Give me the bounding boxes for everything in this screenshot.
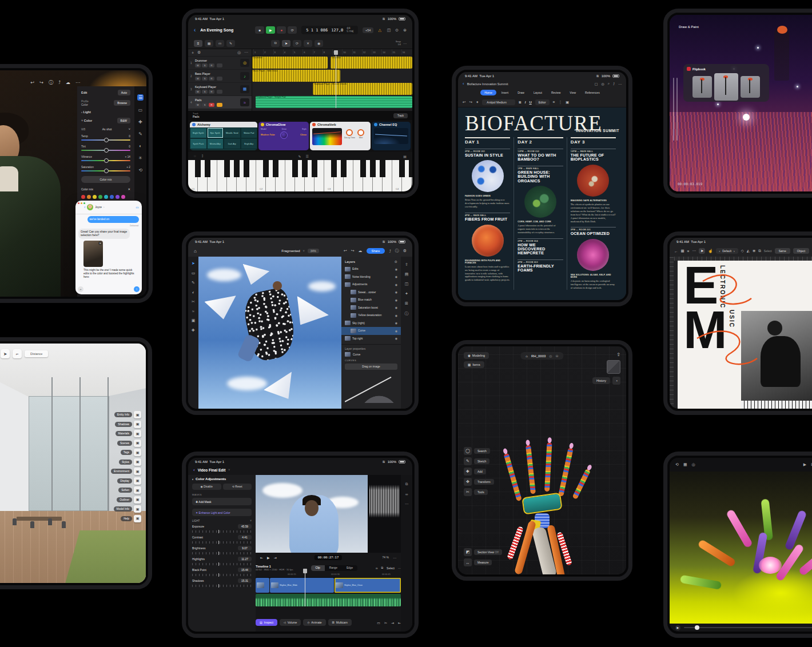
tool-label[interactable]: Tools bbox=[474, 489, 488, 495]
info-icon[interactable]: ⓘ bbox=[405, 311, 409, 317]
panel-button-label[interactable]: Model Info bbox=[114, 506, 132, 512]
reset-button[interactable]: ⟲ Reset bbox=[223, 484, 252, 490]
ribbon-tab[interactable]: Review bbox=[547, 90, 564, 95]
panel-button[interactable]: Scenes ▣ bbox=[117, 440, 141, 447]
timeline-ruler[interactable]: 00:00:1500:00:3000:00:45 bbox=[256, 573, 401, 578]
adjust-tool-icon[interactable]: ◐ bbox=[192, 290, 194, 294]
project-title[interactable]: Video Final Edit bbox=[198, 468, 226, 472]
render-viewport[interactable] bbox=[670, 472, 812, 624]
panel-button-icon[interactable]: ▣ bbox=[134, 440, 141, 447]
slider-ticks[interactable] bbox=[192, 585, 252, 587]
layer-name[interactable]: Top right bbox=[352, 337, 393, 340]
ribbon-tab[interactable]: View bbox=[566, 90, 580, 95]
document-pill[interactable]: ⌂ RH_0003 ◎ ⊖ bbox=[520, 352, 563, 360]
add-track-icon[interactable]: + bbox=[192, 51, 194, 55]
redo-icon[interactable]: ↪ bbox=[351, 249, 355, 253]
frame-thumbnail[interactable] bbox=[692, 76, 712, 98]
healing-icon[interactable]: ✚ bbox=[138, 119, 142, 125]
shapes-tool-icon[interactable]: ▣ bbox=[192, 318, 196, 323]
effects-icon[interactable]: ✦ bbox=[405, 291, 408, 296]
color-slider[interactable]: Black Point 15.44 bbox=[192, 568, 252, 576]
select-label[interactable]: Select bbox=[387, 566, 395, 570]
ribbon-tab[interactable]: References bbox=[581, 90, 604, 95]
tool-row[interactable]: ✚ Add bbox=[464, 468, 494, 476]
share-icon[interactable]: ⤴ bbox=[58, 79, 61, 86]
color-slider[interactable]: Shadows 15.31 bbox=[192, 578, 252, 587]
cloud-icon[interactable]: ☁ bbox=[66, 79, 70, 86]
measure-label[interactable]: Measure bbox=[474, 560, 492, 565]
ribbon-tab[interactable]: Insert bbox=[497, 90, 513, 95]
track-name[interactable]: Pads bbox=[195, 98, 240, 102]
instrument-icon[interactable]: ◎ bbox=[240, 59, 249, 67]
wb-value[interactable]: As shot bbox=[102, 127, 112, 131]
node-tool-icon[interactable]: ◇ bbox=[741, 249, 744, 253]
timeline-zoom[interactable]: 74 % bbox=[383, 556, 389, 559]
back-icon[interactable]: ‹ bbox=[84, 205, 85, 209]
preset-stepper[interactable]: ‹ Default › bbox=[716, 248, 738, 254]
image-icon[interactable]: ▣ bbox=[566, 100, 569, 105]
keyboard-icon[interactable]: ▤ bbox=[403, 154, 407, 158]
zoom-level[interactable]: 34% bbox=[308, 249, 319, 253]
more-icon[interactable]: ⋯ bbox=[393, 556, 396, 560]
edit-slider[interactable]: Saturation + 2 bbox=[81, 166, 130, 171]
panel-button[interactable]: Entity Info ▣ bbox=[114, 411, 141, 418]
more-icon[interactable]: ⋯ bbox=[692, 249, 696, 253]
fade-tool-icon[interactable]: ◉ bbox=[315, 40, 323, 47]
solo-button[interactable]: S bbox=[202, 90, 208, 94]
add-tool-icon[interactable]: ✚ bbox=[192, 328, 195, 333]
model-value[interactable]: Modern Tube bbox=[261, 134, 276, 136]
panel-button-icon[interactable]: ▣ bbox=[134, 449, 141, 456]
edit-slider[interactable]: Tint 0 bbox=[81, 145, 130, 151]
camera-icon[interactable]: ◎ bbox=[237, 50, 241, 55]
layer-name[interactable]: Edits bbox=[352, 267, 393, 270]
chromaglow-plugin[interactable]: ChromaGlow Model Drive Style Modern Tube… bbox=[258, 122, 309, 150]
tool-icon[interactable]: ✎ bbox=[464, 457, 472, 465]
panel-button-label[interactable]: Shadows bbox=[115, 422, 132, 427]
panel-button-label[interactable]: Styles bbox=[119, 460, 132, 465]
panel-button-icon[interactable]: ▣ bbox=[134, 458, 141, 466]
timeline-tool-button[interactable]: ▤ Inspect bbox=[256, 619, 277, 626]
layer-visibility-icon[interactable]: ◉ bbox=[395, 283, 397, 286]
cycle-button[interactable]: ⟳ bbox=[288, 26, 297, 34]
color-slider[interactable]: Brightness 9.07 bbox=[192, 546, 252, 554]
auto-button[interactable]: Auto bbox=[118, 90, 130, 95]
slider-value[interactable]: 4.41 bbox=[238, 535, 252, 540]
align-tool-icon[interactable]: ≣ bbox=[753, 249, 755, 253]
contact-name[interactable]: Joyce bbox=[95, 206, 102, 209]
frame-thumbnail[interactable] bbox=[741, 76, 760, 98]
video-clip[interactable]: Skyline_Blue_Close bbox=[335, 578, 401, 593]
menu-icon[interactable]: ≡ bbox=[687, 249, 690, 253]
panel-button-icon[interactable]: ▣ bbox=[134, 411, 141, 418]
browse-button[interactable]: Browse bbox=[114, 100, 130, 106]
layer-row[interactable]: Edits ◉ bbox=[341, 265, 401, 273]
piano-keyboard[interactable]: C1C2C3C4 bbox=[188, 160, 412, 191]
brush-tool-icon[interactable]: ✎ bbox=[192, 281, 195, 285]
color-slider[interactable]: Contrast 4.41 bbox=[192, 535, 252, 544]
layer-name[interactable]: Adjustments bbox=[352, 283, 393, 286]
playhead[interactable] bbox=[336, 55, 336, 108]
track-settings-icon[interactable]: ⚙ bbox=[197, 50, 201, 55]
layers-settings-icon[interactable]: ⚙ bbox=[395, 259, 397, 263]
scopes-panel[interactable] bbox=[368, 475, 401, 553]
timeline-playhead[interactable] bbox=[305, 573, 305, 606]
slider-ticks[interactable] bbox=[192, 563, 252, 565]
project-title[interactable]: Draw & Paint bbox=[679, 25, 699, 29]
layer-name[interactable]: Yellow desaturation bbox=[358, 314, 393, 317]
file-title[interactable]: Fragmented bbox=[281, 249, 300, 253]
section-view-icon[interactable]: ◩ bbox=[464, 548, 472, 556]
solo-button[interactable]: S bbox=[202, 63, 208, 67]
channeleq-plugin[interactable]: Channel EQ bbox=[372, 122, 411, 150]
loop-tool-icon[interactable]: ⟳ bbox=[293, 40, 301, 47]
chromaverb-plugin[interactable]: ChromaVerb Decay Time Wet bbox=[310, 122, 371, 150]
trash-icon[interactable]: ▭ bbox=[377, 621, 380, 625]
drag-on-image-button[interactable]: Drag on image bbox=[345, 364, 397, 370]
panel-button-label[interactable]: Tags bbox=[121, 450, 132, 455]
ribbon-tab[interactable]: Draw bbox=[514, 90, 528, 95]
alchemy-preset[interactable]: Motion Pad bbox=[241, 127, 258, 138]
add-mask-button[interactable]: ✚ Add Mask bbox=[192, 498, 252, 505]
ribbon-tab[interactable]: Home bbox=[480, 90, 496, 95]
alchemy-preset[interactable]: Synth Pluck bbox=[190, 138, 207, 149]
arrange-tool-icon[interactable]: ➤ bbox=[192, 261, 195, 266]
editor-button[interactable]: Editor bbox=[535, 99, 550, 105]
brush-sliders[interactable] bbox=[673, 78, 678, 141]
